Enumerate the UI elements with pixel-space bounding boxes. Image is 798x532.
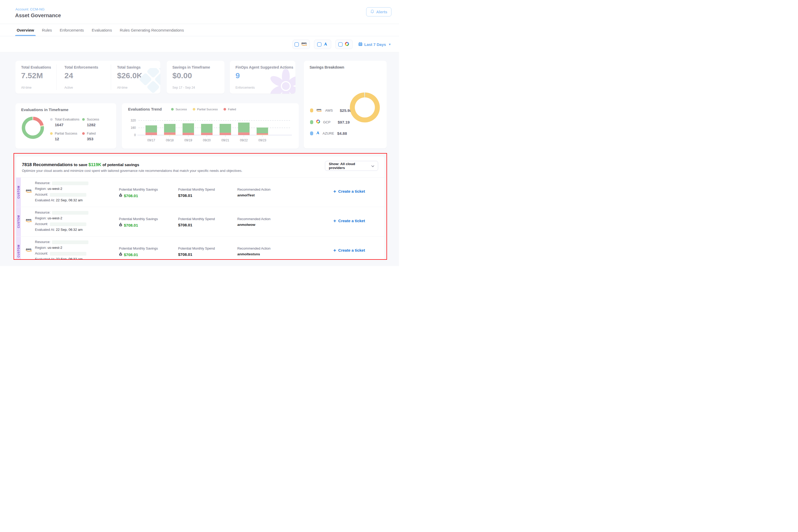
finops-actions-sub: Enforcements — [235, 86, 255, 90]
provider-filter-azure[interactable] — [314, 40, 331, 49]
monthly-spend-value: $708.01 — [178, 193, 192, 198]
tab-evaluations[interactable]: Evaluations — [92, 24, 112, 36]
resource-details: Resource: Region: us-west-2 Account: Eva… — [35, 210, 89, 233]
tabs-bar: Overview Rules Enforcements Evaluations … — [0, 24, 399, 36]
recommended-action-value: anmolTest — [237, 193, 255, 197]
cloud-provider-filter-dropdown[interactable]: Show: All cloud providers — [325, 161, 378, 171]
azure-swatch — [310, 131, 313, 135]
svg-text:aws: aws — [26, 218, 32, 221]
redacted-resource — [52, 211, 89, 215]
recommendations-subtitle: Optimize your cloud assets and minimize … — [22, 169, 242, 173]
calendar-icon — [358, 42, 362, 47]
gcp-checkbox[interactable] — [338, 42, 343, 47]
redacted-account — [50, 193, 86, 197]
svg-text:09/17: 09/17 — [147, 138, 155, 142]
plus-icon: + — [333, 248, 336, 252]
svg-text:09/22: 09/22 — [240, 138, 248, 142]
azure-checkbox[interactable] — [317, 42, 322, 47]
evaluations-trend-title: Evaluations Trend — [128, 107, 162, 111]
region-value: us-west-2 — [48, 246, 62, 250]
page-title: Asset Governance — [15, 13, 61, 19]
total-evaluations-label: Total Evaluations — [21, 65, 51, 69]
recommendations-heading: 7818 Recommendations to save $119K of po… — [22, 162, 139, 167]
svg-text:aws: aws — [317, 108, 322, 111]
svg-text:09/19: 09/19 — [184, 138, 192, 142]
action-column-label: Recommended Action — [237, 246, 270, 250]
dashboard-content: Total Evaluations 7.52M All-time Total E… — [0, 53, 399, 266]
money-bag-icon: $ — [119, 193, 122, 198]
recommendation-row: CUSTOM aws Resource: Region: us-west-2 A… — [16, 177, 384, 207]
region-value: us-west-2 — [48, 187, 62, 191]
redacted-account — [50, 223, 86, 226]
plus-icon: + — [333, 219, 336, 223]
asset-governance-page: Account: CCM-NG Asset Governance Alerts … — [0, 0, 399, 266]
svg-text:160: 160 — [131, 126, 136, 130]
evaluations-timeframe-donut — [21, 116, 45, 140]
recommended-action-value: anmolwow — [237, 223, 255, 227]
evaluations-trend-chart: 016032009/1709/1809/1909/2009/2109/2209/… — [128, 115, 292, 147]
aws-logo-icon: aws — [25, 217, 33, 224]
evaluations-trend-legend: Success Partial Success Failed — [171, 108, 236, 111]
tab-rules[interactable]: Rules — [42, 24, 52, 36]
recommended-action-value: anmoltestsns — [237, 252, 260, 256]
svg-text:320: 320 — [131, 119, 136, 122]
savings-timeframe-value: $0.00 — [172, 71, 192, 80]
filter-bar: aws Last 7 Days ▼ — [0, 37, 399, 52]
recommendations-list: CUSTOM aws Resource: Region: us-west-2 A… — [16, 177, 384, 259]
create-ticket-button[interactable]: +Create a ticket — [333, 189, 365, 193]
gcp-savings-value: $97.19 — [338, 120, 350, 125]
svg-text:$: $ — [120, 224, 121, 226]
tab-enforcements[interactable]: Enforcements — [60, 24, 84, 36]
account-breadcrumb[interactable]: Account: CCM-NG — [15, 7, 44, 11]
tab-overview[interactable]: Overview — [17, 24, 34, 36]
spend-column-label: Potential Monthly Spend — [178, 188, 215, 191]
aws-swatch — [310, 109, 313, 112]
total-evaluations-sub: All-time — [21, 86, 32, 90]
create-ticket-button[interactable]: +Create a ticket — [333, 248, 365, 252]
total-savings-label: Total Savings — [117, 65, 140, 69]
chevron-down-icon — [372, 164, 374, 168]
savings-column-label: Potential Monthly Savings — [119, 188, 158, 191]
action-column-label: Recommended Action — [237, 217, 270, 221]
header: Account: CCM-NG Asset Governance Alerts — [0, 0, 399, 24]
recommendation-row: CUSTOM aws Resource: Region: us-west-2 A… — [16, 236, 384, 259]
redacted-resource — [52, 182, 89, 185]
svg-text:09/18: 09/18 — [166, 138, 174, 142]
monthly-savings-value: $ $708.01 — [119, 223, 138, 227]
svg-text:09/23: 09/23 — [259, 138, 266, 142]
stats-card: Total Evaluations 7.52M All-time Total E… — [15, 61, 160, 94]
total-enforcements-sub: Active — [64, 86, 73, 90]
savings-timeframe-sub: Sep 17 - Sep 24 — [172, 86, 195, 90]
evaluations-timeframe-card: Evaluations in Timeframe Total Evaluatio… — [15, 103, 116, 149]
svg-text:aws: aws — [26, 189, 32, 192]
gcp-label: GCP — [323, 120, 335, 124]
recommendations-card: 7818 Recommendations to save $119K of po… — [16, 156, 384, 259]
gcp-logo-icon — [344, 41, 349, 48]
evaluations-timeframe-title: Evaluations in Timeframe — [21, 108, 68, 112]
tab-rules-generating-recommendations[interactable]: Rules Generating Recommendations — [120, 24, 184, 36]
alerts-button[interactable]: Alerts — [366, 7, 392, 16]
savings-breakdown-title: Savings Breakdown — [309, 65, 344, 69]
provider-filter-gcp[interactable] — [335, 40, 353, 49]
date-range-picker[interactable]: Last 7 Days ▼ — [358, 42, 391, 47]
breakdown-legend-gcp: GCP $97.19 — [310, 119, 350, 125]
evaluated-value: 22 Sep, 06:32 am — [56, 228, 83, 232]
total-enforcements-label: Total Enforcements — [64, 65, 98, 69]
provider-filter-aws[interactable]: aws — [292, 40, 310, 49]
aws-checkbox[interactable] — [294, 42, 299, 47]
evaluations-trend-card: Evaluations Trend Success Partial Succes… — [122, 103, 299, 149]
alerts-button-label: Alerts — [376, 10, 387, 14]
breakdown-legend-aws: aws AWS $25.9K — [310, 108, 352, 113]
create-ticket-button[interactable]: +Create a ticket — [333, 218, 365, 223]
svg-text:aws: aws — [302, 41, 307, 44]
potential-savings-amount: $119K — [89, 162, 101, 167]
action-column-label: Recommended Action — [237, 188, 270, 191]
monthly-savings-value: $ $708.01 — [119, 252, 138, 257]
dropdown-label: Show: All cloud providers — [329, 162, 372, 170]
savings-breakdown-donut — [349, 92, 380, 123]
savings-breakdown-card: Savings Breakdown aws AWS $25.9K GCP $97… — [304, 61, 387, 148]
custom-tag: CUSTOM — [16, 177, 21, 207]
svg-text:$: $ — [120, 195, 121, 197]
total-savings-sub: All-time — [117, 86, 128, 90]
gcp-logo-icon — [316, 119, 321, 125]
